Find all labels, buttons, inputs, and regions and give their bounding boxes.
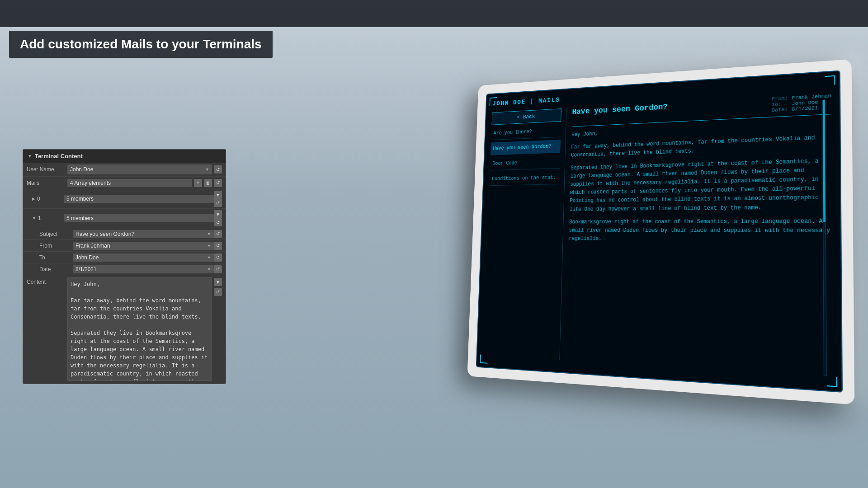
to-dropdown-icon[interactable]: ▼: [207, 255, 211, 260]
date-reset-btn[interactable]: ↺: [214, 265, 222, 273]
mail-item-0[interactable]: Are you there?: [491, 124, 561, 141]
tree-1-reset-btn[interactable]: ↺: [214, 218, 222, 226]
mail-item-3[interactable]: Conditions on the stat.: [490, 171, 560, 186]
meta-date-label: Date:: [772, 107, 788, 113]
mails-label: Mails: [27, 180, 67, 186]
tree-0-members: 5 members: [64, 195, 214, 203]
content-textarea[interactable]: [67, 277, 212, 381]
user-name-row: User Name John Doe ▼ ↺: [23, 163, 226, 177]
user-name-controls: ↺: [214, 165, 222, 174]
screen-back-button[interactable]: < Back: [492, 108, 561, 125]
mail-body-p2: Separated they live in Bookmarksgrove ri…: [570, 156, 832, 214]
corner-br-decoration: [827, 376, 837, 387]
to-label: To: [39, 254, 73, 261]
tree-0-controls: ▼ ↺: [214, 191, 222, 207]
from-row: From Frank Jehman ▼ ↺: [23, 240, 226, 252]
screen-main: Have you seen Gordon? From: Frank Jehman…: [559, 93, 833, 377]
mails-row: Mails 4 Array elements + 🗑 ↺: [23, 177, 226, 189]
content-side-controls: ▼ ↺: [214, 277, 222, 296]
screen-layout: < Back Are you there? Have you seen Gord…: [483, 93, 833, 377]
panel-header: ▼ Terminal Content: [23, 150, 226, 163]
subject-value[interactable]: Have you seen Gordon? ▼: [73, 230, 214, 238]
panel-header-label: Terminal Content: [35, 153, 83, 160]
tree-0-icon[interactable]: ▶ 0: [32, 196, 64, 202]
mails-add-btn[interactable]: +: [194, 179, 202, 187]
date-value[interactable]: 8/1/2021 ▼: [73, 265, 214, 273]
mail-item-1[interactable]: Have you seen Gordon?: [491, 140, 561, 155]
subject-row: Subject Have you seen Gordon? ▼ ↺: [23, 228, 226, 240]
date-row: Date 8/1/2021 ▼ ↺: [23, 263, 226, 275]
from-dropdown-icon[interactable]: ▼: [207, 244, 211, 248]
from-value[interactable]: Frank Jehman ▼: [73, 242, 214, 250]
corner-tr-decoration: [825, 75, 835, 85]
tree-0-reset-btn[interactable]: ↺: [214, 199, 222, 207]
to-controls: ↺: [214, 253, 222, 262]
content-row: Content ▼ ↺: [23, 275, 226, 384]
terminal-content-panel: ▼ Terminal Content User Name John Doe ▼ …: [23, 149, 226, 384]
subject-label: Subject: [39, 231, 73, 237]
from-controls: ↺: [214, 242, 222, 250]
mails-array-info: 4 Array elements: [67, 179, 192, 187]
date-label: Date: [39, 266, 73, 272]
mails-controls: + 🗑 ↺: [194, 179, 222, 187]
user-name-value[interactable]: John Doe ▼: [67, 164, 212, 174]
mail-subject-title: Have you seen Gordon?: [572, 103, 668, 117]
screen-scrollbar-thumb: [823, 100, 826, 221]
date-controls: ↺: [214, 265, 222, 273]
mail-item-2[interactable]: Door Code: [490, 155, 560, 171]
from-reset-btn[interactable]: ↺: [214, 242, 222, 250]
monitor-outer: JOHN DOE | MAILS < Back Are you there? H…: [467, 59, 854, 405]
user-name-label: User Name: [27, 166, 67, 173]
mail-body-p3: Bookmarksgrove right at the coast of the…: [569, 217, 832, 245]
content-down-btn[interactable]: ▼: [214, 278, 222, 286]
screen-sidebar: < Back Are you there? Have you seen Gord…: [483, 108, 561, 360]
collapse-icon[interactable]: ▼: [28, 154, 32, 159]
to-reset-btn[interactable]: ↺: [214, 253, 222, 262]
from-label: From: [39, 243, 73, 249]
monitor-wrapper: JOHN DOE | MAILS < Back Are you there? H…: [452, 70, 841, 386]
tree-1-controls: ▼ ↺: [214, 210, 222, 226]
mails-delete-btn[interactable]: 🗑: [204, 179, 212, 187]
subject-dropdown-icon[interactable]: ▼: [207, 232, 211, 236]
subject-controls: ↺: [214, 230, 222, 238]
tree-1-dropdown-btn[interactable]: ▼: [214, 210, 222, 218]
tree-1-icon[interactable]: ▼ 1: [32, 215, 64, 221]
user-name-reset-btn[interactable]: ↺: [214, 165, 222, 174]
subject-reset-btn[interactable]: ↺: [214, 230, 222, 238]
tree-item-1: ▼ 1 5 members ▼ ↺: [23, 209, 226, 228]
top-bar: [0, 0, 868, 27]
to-value[interactable]: John Doe ▼: [73, 253, 214, 262]
content-label: Content: [27, 277, 67, 285]
mail-body: Hey John, Far far away, behind the word …: [566, 119, 833, 377]
screen-content: JOHN DOE | MAILS < Back Are you there? H…: [476, 71, 841, 392]
page-title: Add customized Mails to your Terminals: [20, 37, 262, 52]
content-reset-btn[interactable]: ↺: [214, 288, 222, 296]
monitor-screen: JOHN DOE | MAILS < Back Are you there? H…: [476, 70, 843, 393]
to-row: To John Doe ▼ ↺: [23, 252, 226, 263]
title-box: Add customized Mails to your Terminals: [9, 31, 273, 58]
tree-0-dropdown-btn[interactable]: ▼: [214, 191, 222, 199]
corner-tl-decoration: [490, 97, 497, 106]
mails-reset-btn[interactable]: ↺: [214, 179, 222, 187]
user-name-dropdown-icon[interactable]: ▼: [205, 167, 209, 172]
date-dropdown-icon[interactable]: ▼: [207, 267, 211, 272]
tree-1-members: 5 members: [64, 214, 214, 222]
corner-bl-decoration: [480, 355, 488, 364]
tree-item-0: ▶ 0 5 members ▼ ↺: [23, 189, 226, 209]
